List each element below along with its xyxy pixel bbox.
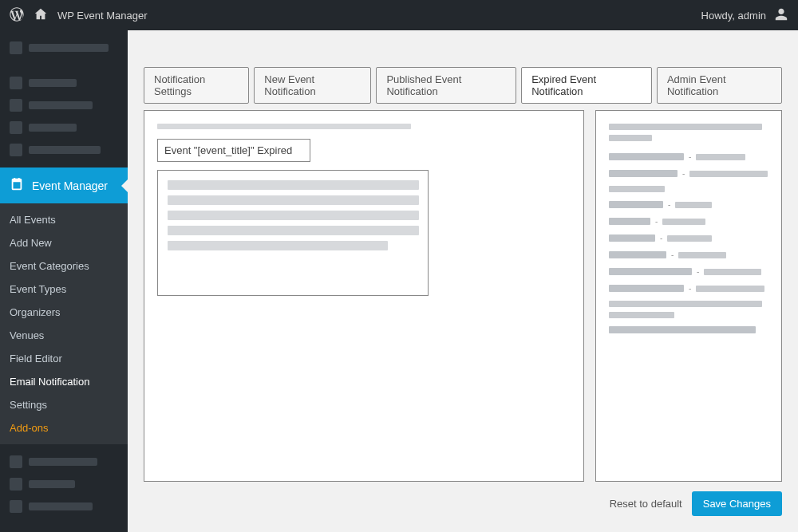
user-icon[interactable]: [774, 7, 788, 24]
email-body-editor[interactable]: [157, 170, 429, 296]
tab-published-event[interactable]: Published Event Notification: [376, 67, 516, 104]
submenu-settings[interactable]: Settings: [0, 393, 128, 416]
tag-row: -: [609, 250, 768, 259]
tag-row: -: [609, 152, 768, 161]
sidebar-group-top: [0, 30, 128, 65]
sidebar-placeholder: [0, 139, 128, 161]
submenu-addons[interactable]: Add-ons: [0, 416, 128, 439]
tab-expired-event[interactable]: Expired Event Notification: [521, 67, 652, 104]
admin-bar-left: WP Event Manager: [10, 7, 147, 24]
save-button[interactable]: Save Changes: [692, 491, 782, 516]
sidebar-placeholder: [0, 451, 128, 473]
footer-actions: Reset to default Save Changes: [144, 482, 782, 516]
sidebar-placeholder: [0, 473, 128, 495]
reset-button[interactable]: Reset to default: [610, 498, 682, 510]
user-greeting[interactable]: Howdy, admin: [701, 10, 766, 22]
tab-notification-settings[interactable]: Notification Settings: [144, 67, 249, 104]
admin-bar: WP Event Manager Howdy, admin: [0, 0, 798, 30]
layout: Event Manager All Events Add New Event C…: [0, 30, 798, 532]
tag-row: -: [609, 169, 768, 178]
submenu-add-new[interactable]: Add New: [0, 231, 128, 254]
sidebar: Event Manager All Events Add New Event C…: [0, 30, 128, 532]
submenu-event-types[interactable]: Event Types: [0, 278, 128, 301]
sidebar-placeholder: [0, 37, 128, 59]
main-content: Notification Settings New Event Notifica…: [128, 30, 798, 532]
sidebar-placeholder: [0, 495, 128, 518]
sidebar-group-bottom: [0, 444, 128, 524]
field-label-placeholder: [157, 124, 411, 129]
home-icon[interactable]: [34, 7, 48, 24]
wordpress-icon[interactable]: [10, 7, 24, 24]
admin-bar-right: Howdy, admin: [701, 7, 788, 24]
tab-admin-event[interactable]: Admin Event Notification: [657, 67, 782, 104]
sidebar-placeholder: [0, 94, 128, 116]
tab-new-event[interactable]: New Event Notification: [254, 67, 371, 104]
submenu-organizers[interactable]: Organizers: [0, 301, 128, 324]
panel-heading-placeholder: [609, 124, 762, 130]
submenu-all-events[interactable]: All Events: [0, 208, 128, 231]
sidebar-placeholder: [0, 116, 128, 139]
tag-row-cont: [609, 312, 674, 318]
tag-row: -: [609, 217, 768, 226]
template-tags-panel: - - - -: [595, 110, 782, 482]
submenu-venues[interactable]: Venues: [0, 324, 128, 347]
tag-row: -: [609, 200, 768, 209]
subject-input[interactable]: [157, 139, 310, 162]
sidebar-active-label: Event Manager: [32, 179, 108, 192]
submenu: All Events Add New Event Categories Even…: [0, 203, 128, 444]
calendar-icon: [10, 177, 24, 194]
tag-row: -: [609, 234, 768, 242]
site-title[interactable]: WP Event Manager: [57, 10, 147, 22]
content-row: - - - -: [144, 110, 782, 482]
submenu-field-editor[interactable]: Field Editor: [0, 347, 128, 370]
email-template-panel: [144, 110, 584, 482]
sidebar-placeholder: [0, 72, 128, 94]
panel-heading-placeholder: [609, 135, 652, 141]
submenu-email-notification[interactable]: Email Notification: [0, 370, 128, 393]
sidebar-group: [0, 65, 128, 167]
sidebar-item-event-manager[interactable]: Event Manager: [0, 167, 128, 203]
tag-row: -: [609, 267, 768, 276]
submenu-event-categories[interactable]: Event Categories: [0, 254, 128, 278]
tag-row-cont: [609, 301, 762, 307]
tabs: Notification Settings New Event Notifica…: [144, 67, 782, 104]
tag-row-cont: [609, 186, 665, 192]
tag-row: -: [609, 284, 768, 293]
tag-row: [609, 326, 756, 333]
